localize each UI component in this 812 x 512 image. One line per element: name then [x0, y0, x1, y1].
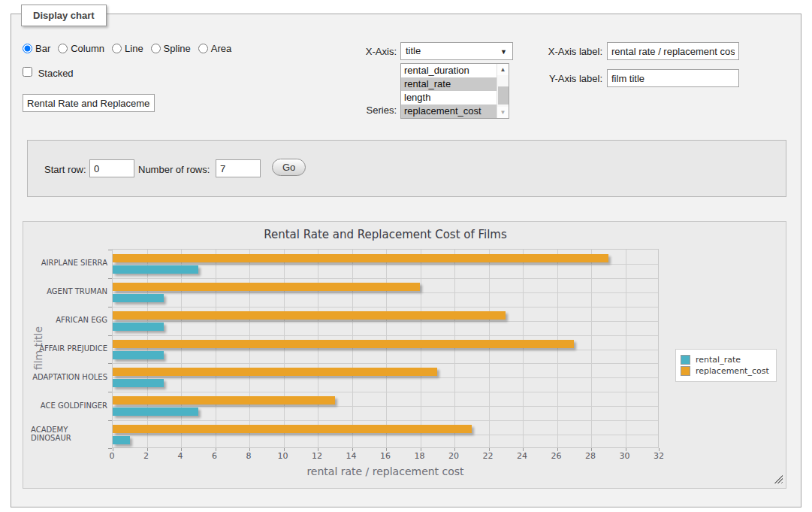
x-axis-label-input[interactable] — [607, 42, 739, 60]
radio-bar-input[interactable] — [23, 44, 32, 53]
bar-rental_rate — [113, 351, 164, 359]
y-tick-mark — [108, 250, 112, 250]
y-axis-label-label: Y-Axis label: — [535, 73, 602, 84]
series-scrollbar[interactable]: ▲ ▼ — [497, 64, 509, 118]
start-row-label: Start row: — [44, 164, 86, 175]
chart-title-input[interactable] — [23, 94, 155, 112]
series-option[interactable]: rental_duration — [401, 64, 497, 77]
scroll-down-icon[interactable]: ▼ — [497, 107, 509, 118]
stacked-checkbox-input[interactable] — [23, 67, 32, 77]
gridline-vertical — [489, 250, 490, 447]
scroll-up-icon[interactable]: ▲ — [497, 64, 509, 75]
gridline-vertical — [421, 250, 421, 447]
y-category-label: ACE GOLDFINGER — [31, 391, 107, 420]
x-tick-label: 24 — [513, 451, 531, 461]
gridline-horizontal — [113, 307, 658, 308]
stacked-label: Stacked — [38, 68, 74, 79]
y-tick-mark — [108, 335, 112, 336]
resize-handle-icon[interactable] — [774, 474, 783, 483]
fieldset-legend: Display chart — [21, 5, 107, 26]
gridline-horizontal — [113, 406, 658, 407]
scrollbar-thumb[interactable] — [498, 86, 509, 105]
x-tick-label: 14 — [343, 451, 361, 461]
number-of-rows-label: Number of rows: — [138, 164, 210, 175]
gridline-horizontal — [113, 363, 658, 364]
gridline-vertical — [181, 250, 182, 447]
legend-label: rental_rate — [696, 355, 741, 365]
y-category-label: AIRPLANE SIERRA — [31, 249, 107, 277]
gridline-vertical — [591, 250, 592, 447]
bar-rental_rate — [113, 294, 164, 302]
gridline-vertical — [557, 250, 558, 447]
radio-line[interactable]: Line — [112, 43, 143, 54]
x-tick-label: 22 — [479, 451, 497, 461]
radio-area[interactable]: Area — [198, 43, 231, 54]
chart-type-radio-group: Bar Column Line Spline Area — [23, 43, 239, 54]
radio-spline[interactable]: Spline — [151, 43, 191, 54]
x-tick-label: 30 — [616, 451, 634, 461]
y-tick-mark — [108, 392, 112, 392]
gridline-horizontal — [113, 335, 658, 336]
gridline-vertical — [454, 250, 455, 447]
y-category-label: AFRICAN EGG — [31, 306, 107, 335]
row-range-panel: Start row: Number of rows: Go — [27, 140, 786, 197]
bar-rental_rate — [113, 436, 130, 444]
gridline-vertical — [318, 250, 318, 447]
gridline-vertical — [147, 250, 148, 447]
x-tick-label: 6 — [206, 451, 224, 461]
chart-container: Rental Rate and Replacement Cost of Film… — [23, 221, 786, 489]
gridline-horizontal — [113, 321, 658, 322]
chart-legend: rental_ratereplacement_cost — [675, 349, 777, 382]
x-tick-label: 32 — [650, 451, 668, 461]
radio-line-input[interactable] — [112, 44, 122, 53]
x-axis-select-value: title — [406, 45, 421, 56]
gridline-horizontal — [113, 435, 658, 435]
bar-replacement_cost — [113, 311, 506, 320]
y-tick-mark — [108, 307, 112, 308]
series-listbox[interactable]: rental_durationrental_ratelengthreplacem… — [400, 63, 509, 119]
x-tick-label: 8 — [240, 451, 258, 461]
stacked-checkbox-row: Stacked — [23, 67, 74, 79]
gridline-vertical — [352, 250, 353, 447]
radio-area-input[interactable] — [198, 44, 208, 53]
radio-column-input[interactable] — [58, 44, 68, 53]
series-option[interactable]: replacement_cost — [401, 105, 497, 118]
display-chart-page: Display chart Bar Column Line Spline Are… — [0, 0, 812, 512]
gridline-vertical — [249, 250, 250, 447]
radio-spline-label: Spline — [164, 43, 191, 54]
radio-bar-label: Bar — [35, 43, 50, 54]
y-tick-mark — [108, 278, 112, 279]
gridline-vertical — [284, 250, 285, 447]
radio-area-label: Area — [211, 43, 231, 54]
legend-swatch-replacement_cost — [681, 366, 690, 376]
radio-column[interactable]: Column — [58, 43, 104, 54]
gridline-horizontal — [113, 377, 658, 378]
legend-swatch-rental_rate — [681, 355, 690, 365]
start-row-input[interactable] — [89, 159, 134, 177]
bar-replacement_cost — [113, 340, 574, 348]
stacked-checkbox[interactable]: Stacked — [23, 67, 74, 79]
gridline-vertical — [386, 250, 387, 447]
chart-title: Rental Rate and Replacement Cost of Film… — [112, 228, 659, 241]
gridline-horizontal — [113, 292, 658, 293]
series-option[interactable]: rental_rate — [401, 77, 497, 91]
gridline-vertical — [626, 250, 626, 447]
x-axis-label-label: X-Axis label: — [535, 46, 602, 57]
go-button[interactable]: Go — [272, 159, 306, 176]
series-option[interactable]: length — [401, 91, 497, 105]
x-tick-label: 12 — [308, 451, 326, 461]
x-tick-label: 2 — [137, 451, 155, 461]
gridline-vertical — [523, 250, 524, 447]
gridline-horizontal — [113, 278, 658, 279]
number-of-rows-input[interactable] — [216, 159, 261, 177]
dropdown-arrow-icon: ▼ — [500, 43, 507, 61]
y-axis-label-input[interactable] — [607, 69, 739, 87]
x-tick-labels: 02468101214161820222426283032 — [112, 451, 659, 462]
bar-replacement_cost — [113, 254, 608, 262]
x-axis-select[interactable]: title ▼ — [400, 42, 513, 60]
radio-spline-input[interactable] — [151, 44, 161, 53]
radio-bar[interactable]: Bar — [23, 43, 50, 54]
plot-area — [112, 249, 659, 448]
series-select-label: Series: — [338, 105, 397, 116]
bar-rental_rate — [113, 265, 198, 274]
